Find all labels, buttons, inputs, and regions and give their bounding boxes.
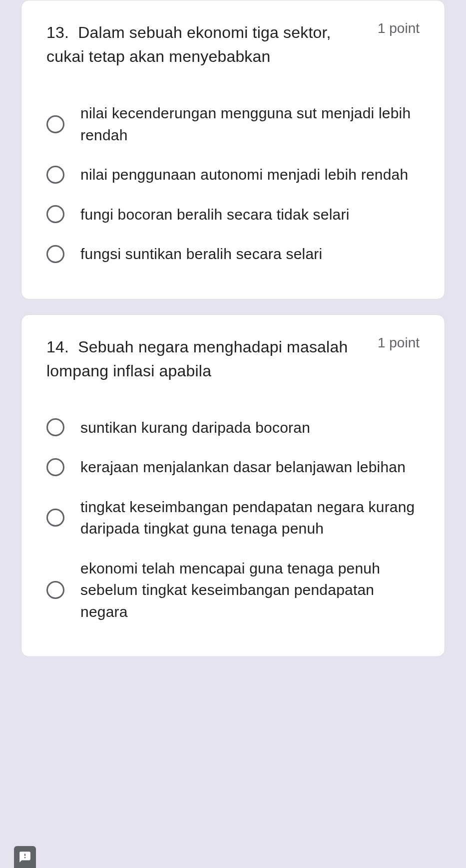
radio-option[interactable]: fungsi suntikan beralih secara selari xyxy=(46,234,420,274)
radio-icon xyxy=(46,458,64,476)
question-body: Dalam sebuah ekonomi tiga sektor, cukai … xyxy=(46,23,331,65)
radio-option[interactable]: fungi bocoran beralih secara tidak selar… xyxy=(46,195,420,235)
question-body: Sebuah negara menghadapi masalah lompang… xyxy=(46,338,348,380)
option-label: fungi bocoran beralih secara tidak selar… xyxy=(80,204,350,226)
radio-icon xyxy=(46,245,64,263)
option-label: suntikan kurang daripada bocoran xyxy=(80,417,310,439)
radio-option[interactable]: ekonomi telah mencapai guna tenaga penuh… xyxy=(46,549,420,632)
question-card-14: 14. Sebuah negara menghadapi masalah lom… xyxy=(21,314,445,657)
question-text: 13. Dalam sebuah ekonomi tiga sektor, cu… xyxy=(46,20,378,68)
option-label: ekonomi telah mencapai guna tenaga penuh… xyxy=(80,558,420,623)
option-label: nilai kecenderungan mengguna sut menjadi… xyxy=(80,102,420,146)
option-label: nilai penggunaan autonomi menjadi lebih … xyxy=(80,164,408,186)
radio-icon xyxy=(46,205,64,223)
question-header: 13. Dalam sebuah ekonomi tiga sektor, cu… xyxy=(46,20,420,68)
question-number: 14. xyxy=(46,338,69,356)
radio-icon xyxy=(46,509,64,527)
radio-option[interactable]: tingkat keseimbangan pendapatan negara k… xyxy=(46,487,420,549)
option-label: kerajaan menjalankan dasar belanjawan le… xyxy=(80,456,406,478)
option-label: tingkat keseimbangan pendapatan negara k… xyxy=(80,496,420,540)
question-points: 1 point xyxy=(378,20,420,36)
radio-option[interactable]: nilai penggunaan autonomi menjadi lebih … xyxy=(46,155,420,195)
radio-icon xyxy=(46,581,64,599)
question-points: 1 point xyxy=(378,335,420,351)
radio-option[interactable]: suntikan kurang daripada bocoran xyxy=(46,408,420,448)
option-label: fungsi suntikan beralih secara selari xyxy=(80,243,322,265)
question-card-13: 13. Dalam sebuah ekonomi tiga sektor, cu… xyxy=(21,0,445,299)
radio-option[interactable]: kerajaan menjalankan dasar belanjawan le… xyxy=(46,447,420,487)
question-number: 13. xyxy=(46,23,69,41)
radio-icon xyxy=(46,166,64,184)
radio-icon xyxy=(46,115,64,133)
radio-option[interactable]: nilai kecenderungan mengguna sut menjadi… xyxy=(46,93,420,155)
question-header: 14. Sebuah negara menghadapi masalah lom… xyxy=(46,335,420,383)
question-text: 14. Sebuah negara menghadapi masalah lom… xyxy=(46,335,378,383)
radio-icon xyxy=(46,418,64,436)
